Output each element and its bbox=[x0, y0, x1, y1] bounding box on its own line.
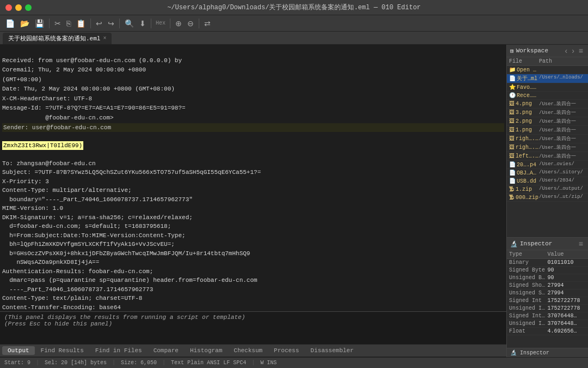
inspector-footer-icon: 🔬 bbox=[510, 349, 517, 356]
traffic-lights bbox=[5, 4, 32, 11]
insp-type-header: Type bbox=[509, 251, 548, 257]
checksum-tab[interactable]: Checksum bbox=[228, 346, 268, 355]
insp-unsigned-byte: Unsigned Byte 90 bbox=[507, 274, 588, 282]
tab-close-button[interactable]: × bbox=[103, 35, 106, 41]
workspace-menu-button[interactable]: ≡ bbox=[577, 46, 585, 55]
open-file-button[interactable]: 📂 bbox=[18, 18, 32, 29]
output-tab[interactable]: Output bbox=[2, 346, 35, 355]
ws-item-000zip[interactable]: 🗜000…zip /Users/…ut/zip/ bbox=[507, 194, 588, 202]
statusbar: Start: 9 | Sel: 20 [14h] bytes | Size: 6… bbox=[0, 357, 588, 368]
ws-item-20[interactable]: 📄20….p4 /User…ovies/ bbox=[507, 161, 588, 169]
tabbar: 关于校园邮箱系统备案的通知.eml × bbox=[0, 32, 588, 45]
workspace-section: ⊞ Workspace ‹ › ≡ File Path 📁Open Files … bbox=[507, 45, 588, 237]
minimize-button[interactable] bbox=[15, 4, 22, 11]
bottom-tabbar: Output Find Results Find in Files Compar… bbox=[0, 344, 506, 357]
ws-item-usb[interactable]: 📄USB.dd /Users/2034/ bbox=[507, 177, 588, 185]
find-button[interactable]: 🔍 bbox=[122, 18, 136, 29]
inspector-col-headers: Type Value bbox=[507, 250, 588, 259]
cut-button[interactable]: ✂ bbox=[52, 18, 63, 29]
insp-float: Float 4.692656… bbox=[507, 328, 588, 335]
inspector-nav: ≡ bbox=[577, 239, 585, 248]
status-size: Size: 6,050 bbox=[121, 360, 157, 366]
insp-binary: Binary 01011010 bbox=[507, 259, 588, 267]
ws-item-1zip[interactable]: 🗜1.zip /Users/…output/ bbox=[507, 185, 588, 194]
insp-value-header: Value bbox=[548, 251, 586, 257]
output-text: (This panel displays the results from ru… bbox=[4, 314, 502, 327]
ws-item-righ1[interactable]: 🖼righ….png /User…装四合一 bbox=[507, 135, 588, 143]
insp-signed-short: Signed Short 27994 bbox=[507, 282, 588, 289]
editor-pane: Received: from user@foobar-edu-cn.com (0… bbox=[0, 45, 506, 357]
inspector-footer: 🔬 Inspector bbox=[507, 348, 588, 357]
status-mode: W INS bbox=[260, 360, 277, 366]
disassembler-tab[interactable]: Disassembler bbox=[305, 346, 359, 355]
workspace-title: Workspace bbox=[516, 47, 548, 54]
ws-item-2png[interactable]: 🖼2.png /User…装四合一 bbox=[507, 117, 588, 126]
main-content: Received: from user@foobar-edu-cn.com (0… bbox=[0, 45, 588, 357]
zoom-out-button[interactable]: ⊖ bbox=[185, 18, 196, 29]
find-results-tab[interactable]: Find Results bbox=[35, 346, 89, 355]
compare-tab[interactable]: Compare bbox=[148, 346, 184, 355]
ws-file-header: File bbox=[509, 58, 539, 64]
inspector-icon: 🔬 bbox=[510, 240, 518, 248]
workspace-forward-button[interactable]: › bbox=[570, 46, 576, 55]
toolbar-separator4 bbox=[151, 19, 151, 28]
toolbar-separator5 bbox=[170, 19, 170, 28]
workspace-col-headers: File Path bbox=[507, 57, 588, 66]
inspector-table: Binary 01011010 Signed Byte 90 Unsigned … bbox=[507, 259, 588, 348]
maximize-button[interactable] bbox=[25, 4, 32, 11]
ws-item-open-files[interactable]: 📁Open Files bbox=[507, 66, 588, 74]
workspace-header: ⊞ Workspace ‹ › ≡ bbox=[507, 45, 588, 57]
new-file-button[interactable]: 📄 bbox=[3, 18, 17, 29]
inspector-section: 🔬 Inspector ≡ Type Value Binary 01011010… bbox=[507, 237, 588, 357]
tab-label: 关于校园邮箱系统备案的通知.eml bbox=[8, 34, 100, 43]
find-in-files-tab[interactable]: Find in Files bbox=[90, 346, 148, 355]
right-panel: ⊞ Workspace ‹ › ≡ File Path 📁Open Files … bbox=[506, 45, 588, 357]
paste-button[interactable]: 📋 bbox=[74, 18, 88, 29]
ws-item-recent[interactable]: 🕐Rece…iles bbox=[507, 92, 588, 100]
workspace-icon: ⊞ bbox=[510, 47, 514, 55]
toolbar-separator2 bbox=[90, 19, 91, 28]
ws-item-eml[interactable]: 📄关于…ml /Users/…nloads/ bbox=[507, 74, 588, 83]
active-tab[interactable]: 关于校园邮箱系统备案的通知.eml × bbox=[3, 33, 112, 44]
process-tab[interactable]: Process bbox=[268, 346, 304, 355]
histogram-tab[interactable]: Histogram bbox=[185, 346, 228, 355]
toolbar-separator3 bbox=[119, 19, 120, 28]
ws-item-righ2[interactable]: 🖼righ….png /User…装四合一 bbox=[507, 143, 588, 152]
status-start: Start: 9 bbox=[4, 360, 30, 366]
insp-unsigned-short: Unsigned Short 27994 bbox=[507, 289, 588, 297]
find-next-button[interactable]: ⬇ bbox=[137, 18, 148, 29]
ws-item-obj[interactable]: 📄OBJ…ATA /Users/…sitory/ bbox=[507, 169, 588, 177]
zoom-in-button[interactable]: ⊕ bbox=[173, 18, 184, 29]
ws-item-favorites[interactable]: ⭐Favo…iles bbox=[507, 83, 588, 92]
inspector-header: 🔬 Inspector ≡ bbox=[507, 238, 588, 250]
ws-item-left[interactable]: 🖼left….png /User…装四合一 bbox=[507, 152, 588, 161]
redo-button[interactable]: ↪ bbox=[106, 18, 117, 29]
window-title: ~/Users/alphag0/Downloads/关于校园邮箱系统备案的通知.… bbox=[167, 3, 421, 12]
copy-button[interactable]: ⎘ bbox=[64, 18, 73, 29]
ws-item-3png[interactable]: 🖼3.png /User…装四合一 bbox=[507, 108, 588, 117]
close-button[interactable] bbox=[5, 4, 12, 11]
ws-item-4png[interactable]: 🖼4.png /User…装四合一 bbox=[507, 100, 588, 108]
hex-label: Hex bbox=[154, 20, 167, 26]
inspector-title: Inspector bbox=[520, 240, 552, 247]
workspace-nav: ‹ › ≡ bbox=[563, 46, 585, 55]
workspace-back-button[interactable]: ‹ bbox=[563, 46, 569, 55]
status-sel: Sel: 20 [14h] bytes bbox=[45, 360, 107, 366]
move-button[interactable]: ⇄ bbox=[202, 18, 213, 29]
save-button[interactable]: 💾 bbox=[33, 18, 46, 29]
ws-path-header: Path bbox=[539, 58, 586, 64]
insp-signed-byte: Signed Byte 90 bbox=[507, 267, 588, 274]
ws-item-1png[interactable]: 🖼1.png /User…装四合一 bbox=[507, 126, 588, 135]
titlebar: ~/Users/alphag0/Downloads/关于校园邮箱系统备案的通知.… bbox=[0, 0, 588, 15]
insp-signed-int64: Signed Int64 37076448… bbox=[507, 312, 588, 320]
toolbar: 📄 📂 💾 ✂ ⎘ 📋 ↩ ↪ 🔍 ⬇ Hex ⊕ ⊖ ⇄ bbox=[0, 15, 588, 32]
editor-content[interactable]: Received: from user@foobar-edu-cn.com (0… bbox=[0, 45, 506, 311]
status-encoding: Text Plain ANSI LF SPC4 bbox=[171, 360, 246, 366]
output-panel: (This panel displays the results from ru… bbox=[0, 311, 506, 344]
toolbar-separator bbox=[49, 19, 50, 28]
inspector-menu-button[interactable]: ≡ bbox=[577, 239, 585, 248]
undo-button[interactable]: ↩ bbox=[94, 18, 105, 29]
workspace-table: 📁Open Files 📄关于…ml /Users/…nloads/ ⭐Favo… bbox=[507, 66, 588, 237]
insp-signed-int: Signed Int 1752722778 bbox=[507, 297, 588, 305]
insp-unsigned-int: Unsigned Int 1752722778 bbox=[507, 305, 588, 312]
